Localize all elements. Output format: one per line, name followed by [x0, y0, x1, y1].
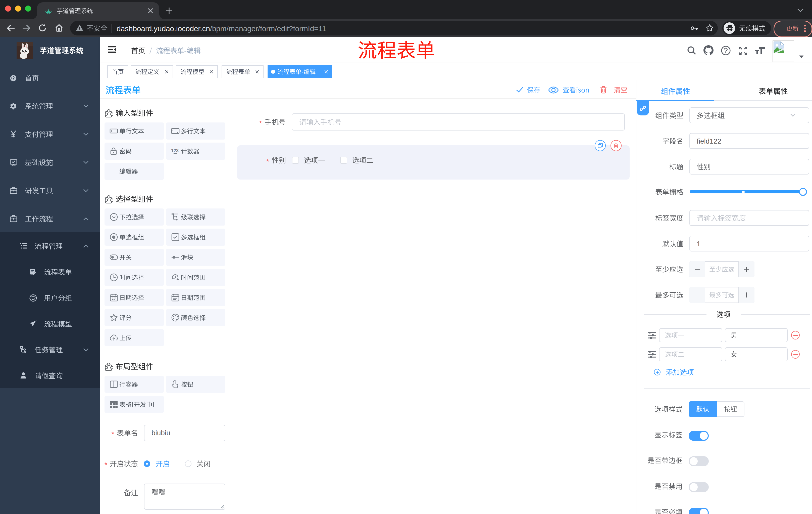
svg-text:123: 123	[171, 148, 179, 153]
